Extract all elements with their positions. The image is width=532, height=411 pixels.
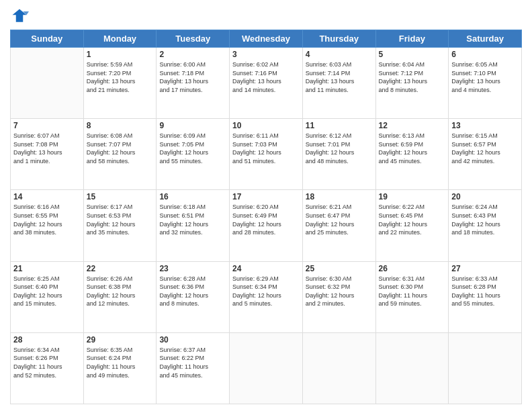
calendar-cell: 19Sunrise: 6:22 AM Sunset: 6:45 PM Dayli… (375, 190, 449, 261)
cell-date-number: 15 (87, 192, 154, 201)
calendar-cell: 2Sunrise: 6:00 AM Sunset: 7:18 PM Daylig… (157, 48, 230, 119)
cell-date-number: 8 (87, 121, 154, 130)
cell-info: Sunrise: 6:28 AM Sunset: 6:36 PM Dayligh… (159, 275, 226, 308)
day-header-saturday: Saturday (449, 30, 522, 48)
svg-marker-0 (13, 9, 27, 22)
cell-info: Sunrise: 6:25 AM Sunset: 6:40 PM Dayligh… (13, 275, 81, 308)
day-header-friday: Friday (375, 30, 449, 48)
header (10, 7, 522, 26)
cell-info: Sunrise: 6:02 AM Sunset: 7:16 PM Dayligh… (232, 60, 300, 94)
cell-date-number: 17 (232, 192, 300, 201)
day-header-tuesday: Tuesday (157, 30, 230, 48)
calendar-cell: 14Sunrise: 6:16 AM Sunset: 6:55 PM Dayli… (11, 190, 84, 261)
cell-date-number: 6 (451, 50, 519, 59)
logo (10, 7, 32, 26)
calendar-cell: 24Sunrise: 6:29 AM Sunset: 6:34 PM Dayli… (230, 261, 303, 332)
calendar-cell: 17Sunrise: 6:20 AM Sunset: 6:49 PM Dayli… (230, 190, 303, 261)
cell-date-number: 16 (159, 192, 226, 201)
cell-date-number: 29 (87, 335, 154, 345)
cell-info: Sunrise: 5:59 AM Sunset: 7:20 PM Dayligh… (87, 60, 154, 94)
day-header-sunday: Sunday (11, 30, 84, 48)
cell-date-number: 28 (13, 335, 81, 345)
cell-info: Sunrise: 6:09 AM Sunset: 7:05 PM Dayligh… (159, 132, 226, 165)
cell-info: Sunrise: 6:31 AM Sunset: 6:30 PM Dayligh… (379, 275, 446, 308)
calendar-cell (11, 48, 84, 119)
cell-date-number: 30 (159, 335, 226, 345)
cell-info: Sunrise: 6:37 AM Sunset: 6:22 PM Dayligh… (159, 346, 226, 379)
day-header-wednesday: Wednesday (230, 30, 303, 48)
calendar-cell: 1Sunrise: 5:59 AM Sunset: 7:20 PM Daylig… (83, 48, 157, 119)
cell-info: Sunrise: 6:16 AM Sunset: 6:55 PM Dayligh… (13, 203, 81, 236)
cell-info: Sunrise: 6:07 AM Sunset: 7:08 PM Dayligh… (13, 132, 81, 165)
cell-date-number: 21 (13, 264, 81, 273)
cell-date-number: 9 (159, 121, 226, 130)
calendar-cell: 3Sunrise: 6:02 AM Sunset: 7:16 PM Daylig… (230, 48, 303, 119)
cell-date-number: 3 (232, 50, 300, 59)
cell-info: Sunrise: 6:35 AM Sunset: 6:24 PM Dayligh… (87, 346, 154, 379)
calendar-cell: 25Sunrise: 6:30 AM Sunset: 6:32 PM Dayli… (302, 261, 375, 332)
cell-info: Sunrise: 6:04 AM Sunset: 7:12 PM Dayligh… (379, 60, 446, 94)
calendar-cell: 21Sunrise: 6:25 AM Sunset: 6:40 PM Dayli… (11, 261, 84, 332)
cell-date-number: 14 (13, 192, 81, 201)
cell-date-number: 10 (232, 121, 300, 130)
calendar-week-4: 21Sunrise: 6:25 AM Sunset: 6:40 PM Dayli… (11, 261, 522, 332)
day-header-thursday: Thursday (302, 30, 375, 48)
calendar-cell: 27Sunrise: 6:33 AM Sunset: 6:28 PM Dayli… (449, 261, 522, 332)
calendar-cell (375, 332, 449, 404)
calendar-week-5: 28Sunrise: 6:34 AM Sunset: 6:26 PM Dayli… (11, 332, 522, 404)
cell-date-number: 12 (379, 121, 446, 130)
calendar-cell: 26Sunrise: 6:31 AM Sunset: 6:30 PM Dayli… (375, 261, 449, 332)
calendar-cell: 22Sunrise: 6:26 AM Sunset: 6:38 PM Dayli… (83, 261, 157, 332)
cell-date-number: 20 (451, 192, 519, 201)
calendar-cell: 15Sunrise: 6:17 AM Sunset: 6:53 PM Dayli… (83, 190, 157, 261)
cell-info: Sunrise: 6:03 AM Sunset: 7:14 PM Dayligh… (306, 60, 373, 94)
logo-icon (10, 7, 29, 26)
cell-date-number: 1 (87, 50, 154, 59)
calendar-cell: 12Sunrise: 6:13 AM Sunset: 6:59 PM Dayli… (375, 119, 449, 190)
cell-date-number: 4 (306, 50, 373, 59)
cell-info: Sunrise: 6:30 AM Sunset: 6:32 PM Dayligh… (306, 275, 373, 308)
cell-date-number: 13 (451, 121, 519, 130)
cell-info: Sunrise: 6:11 AM Sunset: 7:03 PM Dayligh… (232, 132, 300, 165)
calendar-table: SundayMondayTuesdayWednesdayThursdayFrid… (10, 30, 522, 404)
calendar-cell (302, 332, 375, 404)
cell-info: Sunrise: 6:15 AM Sunset: 6:57 PM Dayligh… (451, 132, 519, 165)
cell-info: Sunrise: 6:05 AM Sunset: 7:10 PM Dayligh… (451, 60, 519, 94)
calendar-week-3: 14Sunrise: 6:16 AM Sunset: 6:55 PM Dayli… (11, 190, 522, 261)
cell-info: Sunrise: 6:18 AM Sunset: 6:51 PM Dayligh… (159, 203, 226, 236)
cell-date-number: 25 (306, 264, 373, 273)
cell-date-number: 24 (232, 264, 300, 273)
calendar-cell: 18Sunrise: 6:21 AM Sunset: 6:47 PM Dayli… (302, 190, 375, 261)
calendar-cell: 30Sunrise: 6:37 AM Sunset: 6:22 PM Dayli… (157, 332, 230, 404)
cell-info: Sunrise: 6:24 AM Sunset: 6:43 PM Dayligh… (451, 203, 519, 236)
calendar-cell: 28Sunrise: 6:34 AM Sunset: 6:26 PM Dayli… (11, 332, 84, 404)
cell-date-number: 26 (379, 264, 446, 273)
calendar-cell (449, 332, 522, 404)
calendar-cell: 7Sunrise: 6:07 AM Sunset: 7:08 PM Daylig… (11, 119, 84, 190)
cell-info: Sunrise: 6:12 AM Sunset: 7:01 PM Dayligh… (306, 132, 373, 165)
cell-info: Sunrise: 6:08 AM Sunset: 7:07 PM Dayligh… (87, 132, 154, 165)
cell-date-number: 5 (379, 50, 446, 59)
cell-info: Sunrise: 6:21 AM Sunset: 6:47 PM Dayligh… (306, 203, 373, 236)
cell-info: Sunrise: 6:33 AM Sunset: 6:28 PM Dayligh… (451, 275, 519, 308)
cell-info: Sunrise: 6:34 AM Sunset: 6:26 PM Dayligh… (13, 346, 81, 379)
cell-date-number: 22 (87, 264, 154, 273)
cell-date-number: 19 (379, 192, 446, 201)
day-header-monday: Monday (83, 30, 157, 48)
calendar-cell: 10Sunrise: 6:11 AM Sunset: 7:03 PM Dayli… (230, 119, 303, 190)
cell-info: Sunrise: 6:22 AM Sunset: 6:45 PM Dayligh… (379, 203, 446, 236)
cell-date-number: 18 (306, 192, 373, 201)
page: SundayMondayTuesdayWednesdayThursdayFrid… (0, 0, 532, 411)
calendar-cell: 29Sunrise: 6:35 AM Sunset: 6:24 PM Dayli… (83, 332, 157, 404)
cell-date-number: 27 (451, 264, 519, 273)
cell-info: Sunrise: 6:29 AM Sunset: 6:34 PM Dayligh… (232, 275, 300, 308)
calendar-cell: 9Sunrise: 6:09 AM Sunset: 7:05 PM Daylig… (157, 119, 230, 190)
cell-info: Sunrise: 6:13 AM Sunset: 6:59 PM Dayligh… (379, 132, 446, 165)
calendar-cell: 8Sunrise: 6:08 AM Sunset: 7:07 PM Daylig… (83, 119, 157, 190)
day-header-row: SundayMondayTuesdayWednesdayThursdayFrid… (11, 30, 522, 48)
calendar-cell (230, 332, 303, 404)
cell-date-number: 11 (306, 121, 373, 130)
cell-info: Sunrise: 6:20 AM Sunset: 6:49 PM Dayligh… (232, 203, 300, 236)
calendar-cell: 23Sunrise: 6:28 AM Sunset: 6:36 PM Dayli… (157, 261, 230, 332)
cell-info: Sunrise: 6:26 AM Sunset: 6:38 PM Dayligh… (87, 275, 154, 308)
